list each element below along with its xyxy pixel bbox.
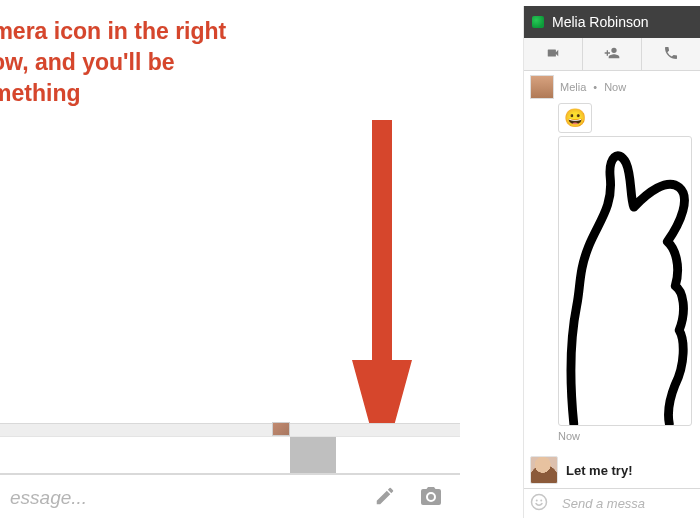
reply-message: Let me try! <box>524 454 700 488</box>
left-chat-history-strip <box>0 423 460 437</box>
sketch-message <box>558 136 692 426</box>
avatar <box>530 75 554 99</box>
sketch-timestamp: Now <box>558 430 694 442</box>
avatar <box>530 456 558 484</box>
emoji-message: 😀 <box>558 103 592 133</box>
grinning-emoji: 😀 <box>564 107 586 129</box>
chat-header[interactable]: Melia Robinson <box>524 6 700 38</box>
avatar <box>272 422 290 436</box>
instruction-line-1: ver the camera icon in the right <box>0 16 365 47</box>
sender-name: Melia <box>560 81 586 93</box>
phone-call-icon <box>663 45 679 64</box>
instruction-line-3: sketch something <box>0 78 365 109</box>
sender-timestamp: Now <box>604 81 626 93</box>
smile-icon <box>530 493 548 511</box>
meta-separator <box>590 81 600 93</box>
svg-point-1 <box>536 499 538 501</box>
contact-name: Melia Robinson <box>552 14 692 30</box>
video-call-icon <box>544 46 562 63</box>
add-person-button[interactable] <box>582 38 641 70</box>
camera-icon[interactable] <box>418 484 444 512</box>
instruction-text: ver the camera icon in the right chat wi… <box>0 16 365 109</box>
chat-input-row <box>524 488 700 518</box>
instruction-line-2: chat window, and you'll be <box>0 47 365 78</box>
add-person-icon <box>602 45 622 64</box>
red-arrow <box>352 120 412 470</box>
message-meta: Melia Now <box>530 75 694 99</box>
left-chat-attachment-row <box>0 437 460 475</box>
video-call-button[interactable] <box>524 38 582 70</box>
right-chat-message-input[interactable] <box>560 495 700 512</box>
phone-call-button[interactable] <box>641 38 700 70</box>
reply-text: Let me try! <box>566 463 632 478</box>
sketch-drawing <box>559 137 691 425</box>
svg-point-0 <box>532 494 547 509</box>
svg-point-2 <box>540 499 542 501</box>
pencil-icon[interactable] <box>374 485 396 511</box>
left-chat-window <box>0 423 460 521</box>
left-chat-input-row <box>0 475 460 521</box>
chat-toolbar <box>524 38 700 71</box>
right-chat-window: Melia Robinson Melia Now <box>523 6 700 518</box>
chat-body: Melia Now 😀 Now <box>524 71 700 454</box>
presence-indicator <box>532 16 544 28</box>
emoji-picker-button[interactable] <box>530 493 548 515</box>
left-chat-message-input[interactable] <box>0 479 374 517</box>
attachment-thumbnail <box>290 437 336 473</box>
